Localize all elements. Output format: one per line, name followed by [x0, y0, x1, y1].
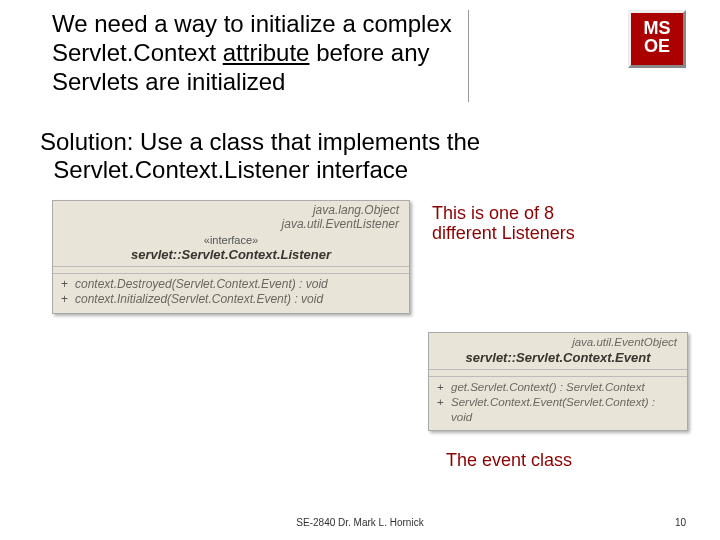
uml1-stereotype: «interface» [63, 234, 399, 246]
uml-listener-interface: java.lang.Object java.util.EventListener… [52, 200, 410, 314]
uml2-op-2: Servlet.Context.Event(Servlet.Context) :… [451, 395, 679, 425]
uml1-op-1: context.Destroyed(Servlet.Context.Event)… [75, 277, 328, 293]
solution-part-3: interface [309, 156, 408, 183]
title-part-3 [216, 39, 223, 66]
uml2-name: servlet::Servlet.Context.Event [439, 350, 677, 365]
title-part-2: Servlet.Context [52, 39, 216, 66]
plus-icon: + [61, 277, 75, 293]
plus-icon: + [61, 292, 75, 308]
solution-part-1: Solution: Use a class that implements th… [40, 128, 480, 155]
slide-footer: SE-2840 Dr. Mark L. Hornick [0, 517, 720, 528]
uml2-op-1: get.Servlet.Context() : Servlet.Context [451, 380, 645, 395]
slide-title: We need a way to initialize a complex Se… [52, 10, 462, 96]
uml1-parent-1: java.lang.Object [63, 204, 399, 218]
uml1-empty-compartment [53, 267, 409, 274]
annotation-listeners: This is one of 8 different Listeners [432, 204, 575, 244]
msoe-logo: MS OE [628, 10, 686, 68]
uml2-empty-compartment [429, 370, 687, 377]
title-attribute-underlined: attribute [223, 39, 310, 66]
title-separator [468, 10, 470, 102]
annot1-line-1: This is one of 8 [432, 203, 554, 223]
title-part-1: We need a way to initialize a complex [52, 10, 452, 37]
logo-line-1: MS [631, 19, 683, 37]
uml1-name: servlet::Servlet.Context.Listener [63, 247, 399, 262]
uml1-operations: +context.Destroyed(Servlet.Context.Event… [53, 274, 409, 313]
uml1-parent-2: java.util.EventListener [63, 218, 399, 232]
annot1-line-2: different Listeners [432, 223, 575, 243]
uml1-head: java.lang.Object java.util.EventListener… [53, 201, 409, 267]
solution-part-2: Servlet.Context.Listener [53, 156, 309, 183]
annotation-event-class: The event class [446, 450, 572, 471]
uml2-parent-1: java.util.EventObject [439, 336, 677, 349]
uml2-head: java.util.EventObject servlet::Servlet.C… [429, 333, 687, 370]
uml1-op-2: context.Initialized(Servlet.Context.Even… [75, 292, 323, 308]
plus-icon: + [437, 395, 451, 425]
page-number: 10 [675, 517, 686, 528]
uml2-operations: +get.Servlet.Context() : Servlet.Context… [429, 377, 687, 430]
uml-event-class: java.util.EventObject servlet::Servlet.C… [428, 332, 688, 431]
logo-line-2: OE [631, 37, 683, 55]
plus-icon: + [437, 380, 451, 395]
solution-text: Solution: Use a class that implements th… [40, 128, 640, 183]
